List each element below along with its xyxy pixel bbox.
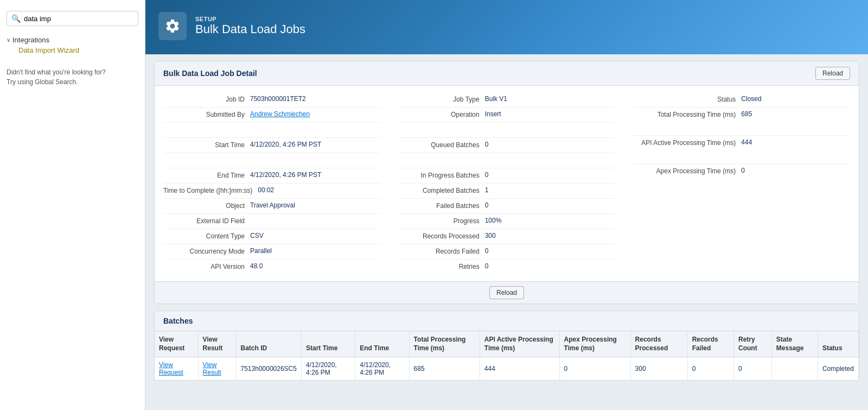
detail-row-api-active-processing-time: API Active Processing Time (ms) 444 (633, 136, 850, 164)
api-active-processing-time-label: API Active Processing Time (ms) (633, 138, 741, 148)
row-retry-count: 0 (733, 357, 771, 381)
concurrency-mode-value: Parallel (250, 247, 381, 255)
search-icon: 🔍 (11, 14, 21, 23)
col-view-result: View Result (198, 331, 236, 357)
time-to-complete-value: 00:02 (258, 186, 380, 194)
detail-row-retries: Retries 0 (398, 260, 616, 275)
queued-batches-value: 0 (485, 141, 616, 148)
detail-row-failed-batches: Failed Batches 0 (398, 199, 616, 214)
detail-row-start-time: Start Time 4/12/2020, 4:26 PM PST (163, 138, 381, 153)
completed-batches-label: Completed Batches (398, 186, 485, 194)
col-end-time: End Time (355, 331, 409, 357)
end-time-value: 4/12/2020, 4:26 PM PST (250, 171, 381, 179)
external-id-label: External ID Field (163, 217, 250, 225)
sidebar-toggle-integrations[interactable]: ∨ Integrations (7, 36, 138, 44)
detail-row-submitted-by: Submitted By Andrew Schmiechen (163, 108, 381, 123)
card-header: Bulk Data Load Job Detail Reload (155, 61, 859, 86)
reload-button-bottom[interactable]: Reload (489, 286, 524, 299)
failed-batches-label: Failed Batches (398, 201, 485, 210)
detail-row-empty1 (163, 123, 381, 138)
row-total-processing-time: 685 (409, 357, 480, 381)
records-failed-value: 0 (485, 247, 616, 255)
row-api-active-processing-time: 444 (480, 357, 559, 381)
col-apex-processing-time: Apex Processing Time (ms) (559, 331, 630, 357)
submitted-by-value: Andrew Schmiechen (250, 110, 381, 118)
total-processing-time-label: Total Processing Time (ms) (633, 110, 741, 119)
main-content: SETUP Bulk Data Load Jobs Bulk Data Load… (145, 0, 868, 410)
apex-processing-time-value: 0 (741, 167, 850, 174)
col-records-failed: Records Failed (687, 331, 733, 357)
total-processing-time-value: 685 (741, 110, 850, 118)
detail-row-content-type: Content Type CSV (163, 229, 381, 244)
sidebar-section-integrations: ∨ Integrations Data Import Wizard (0, 31, 145, 59)
reload-button-top[interactable]: Reload (815, 67, 850, 80)
detail-row-job-id: Job ID 7503h000001TET2 (163, 92, 381, 108)
detail-row-api-version: API Version 48.0 (163, 260, 381, 275)
in-progress-batches-value: 0 (485, 171, 616, 179)
start-time-label: Start Time (163, 141, 250, 149)
row-view-request: View Request (155, 357, 198, 381)
progress-label: Progress (398, 217, 485, 225)
view-result-link[interactable]: View Result (203, 361, 221, 376)
row-end-time: 4/12/2020, 4:26 PM (355, 357, 409, 381)
table-row: View Request View Result 7513h0000026SC5… (155, 357, 859, 381)
page-banner: SETUP Bulk Data Load Jobs (145, 0, 868, 54)
gear-icon (164, 18, 181, 34)
status-label: Status (633, 95, 741, 103)
search-input[interactable] (24, 15, 133, 23)
detail-row-operation: Operation Insert (398, 108, 616, 123)
sidebar-help-text: Didn't find what you're looking for? Try… (0, 59, 145, 96)
status-value: Closed (741, 95, 850, 103)
card-header-title: Bulk Data Load Job Detail (163, 69, 257, 78)
detail-row-records-processed: Records Processed 300 (398, 229, 616, 244)
job-type-label: Job Type (398, 95, 485, 103)
queued-batches-label: Queued Batches (398, 141, 485, 149)
detail-column-right: Status Closed Total Processing Time (ms)… (624, 90, 859, 277)
time-to-complete-label: Time to Complete ([hh:]mm:ss) (163, 186, 258, 194)
submitted-by-link[interactable]: Andrew Schmiechen (250, 110, 310, 118)
retries-value: 0 (485, 262, 616, 270)
col-status: Status (818, 331, 858, 357)
detail-row-in-progress-batches: In Progress Batches 0 (398, 168, 616, 184)
row-view-result: View Result (198, 357, 236, 381)
detail-column-middle: Job Type Bulk V1 Operation Insert Queued… (390, 90, 624, 277)
content-type-label: Content Type (163, 232, 250, 240)
batches-card: Batches View Request View Result Batch I… (154, 311, 859, 381)
sidebar: 🔍 ∨ Integrations Data Import Wizard Didn… (0, 0, 145, 410)
detail-row-total-processing-time: Total Processing Time (ms) 685 (633, 108, 850, 136)
row-status: Completed (818, 357, 858, 381)
in-progress-batches-label: In Progress Batches (398, 171, 485, 179)
col-batch-id: Batch ID (236, 331, 301, 357)
detail-row-job-type: Job Type Bulk V1 (398, 92, 616, 108)
page-title: Bulk Data Load Jobs (195, 22, 305, 36)
search-box[interactable]: 🔍 (7, 11, 138, 26)
batches-table-header: View Request View Result Batch ID Start … (155, 331, 859, 357)
job-id-value: 7503h000001TET2 (250, 95, 381, 103)
row-state-message (771, 357, 818, 381)
col-start-time: Start Time (301, 331, 355, 357)
detail-row-progress: Progress 100% (398, 214, 616, 229)
operation-value: Insert (485, 110, 616, 118)
detail-row-empty3 (398, 123, 616, 138)
job-id-label: Job ID (163, 95, 250, 103)
apex-processing-time-label: Apex Processing Time (ms) (633, 167, 741, 176)
batches-table-body: View Request View Result 7513h0000026SC5… (155, 357, 859, 381)
batches-header: Batches (155, 311, 859, 331)
job-type-value: Bulk V1 (485, 95, 616, 103)
detail-row-queued-batches: Queued Batches 0 (398, 138, 616, 153)
operation-label: Operation (398, 110, 485, 118)
col-view-request: View Request (155, 331, 198, 357)
row-apex-processing-time: 0 (559, 357, 630, 381)
detail-grid: Job ID 7503h000001TET2 Submitted By Andr… (155, 86, 859, 281)
detail-row-concurrency-mode: Concurrency Mode Parallel (163, 244, 381, 260)
detail-row-empty4 (398, 153, 616, 168)
concurrency-mode-label: Concurrency Mode (163, 247, 250, 255)
detail-row-records-failed: Records Failed 0 (398, 244, 616, 260)
end-time-label: End Time (163, 171, 250, 179)
view-request-link[interactable]: View Request (159, 361, 183, 376)
sidebar-item-data-import-wizard[interactable]: Data Import Wizard (7, 44, 86, 56)
batches-table: View Request View Result Batch ID Start … (155, 331, 859, 380)
records-processed-value: 300 (485, 232, 616, 239)
object-label: Object (163, 201, 250, 210)
submitted-by-label: Submitted By (163, 110, 250, 118)
